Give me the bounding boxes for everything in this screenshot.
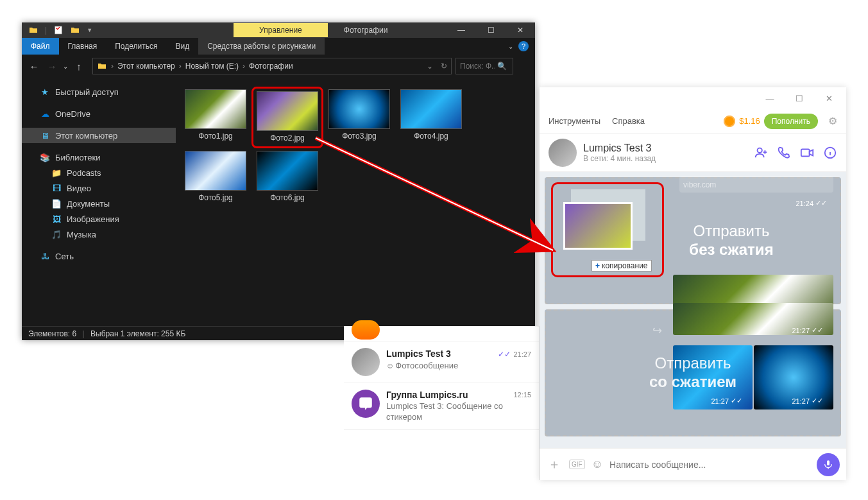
video-call-icon[interactable]: [800, 146, 814, 160]
gear-icon[interactable]: ⚙: [828, 115, 837, 127]
status-selection: Выбран 1 элемент: 255 КБ: [90, 329, 185, 338]
minimize-button[interactable]: —: [755, 89, 785, 108]
nav-documents[interactable]: 📄Документы: [22, 196, 176, 211]
message-input[interactable]: [609, 460, 810, 470]
explorer-titlebar[interactable]: | ▼ Управление Фотографии — ☐ ✕: [22, 22, 535, 38]
qat-dropdown-icon[interactable]: ▼: [87, 27, 92, 33]
add-contact-icon[interactable]: [754, 146, 768, 160]
nav-forward-button[interactable]: →: [45, 61, 59, 72]
close-button[interactable]: ✕: [814, 89, 844, 108]
breadcrumb-thispc[interactable]: Этот компьютер: [117, 62, 175, 71]
ribbon-home-tab[interactable]: Главная: [59, 38, 106, 55]
file-item[interactable]: Фото4.jpg: [395, 87, 467, 148]
file-item-selected[interactable]: Фото2.jpg: [251, 87, 323, 148]
breadcrumb-folder[interactable]: Фотографии: [249, 62, 293, 71]
read-ticks-icon: ✓✓: [812, 326, 823, 334]
file-thumbnail: [400, 89, 462, 129]
menu-help[interactable]: Справка: [612, 116, 645, 126]
call-icon[interactable]: [777, 146, 791, 160]
ribbon-collapse-icon[interactable]: ⌄: [508, 43, 513, 50]
file-item[interactable]: Фото5.jpg: [180, 148, 251, 210]
help-icon[interactable]: ?: [518, 41, 529, 51]
search-input[interactable]: [460, 62, 495, 71]
chat-messages-area[interactable]: viber.com 21:24✓✓ +копирование Отправить…: [540, 172, 846, 448]
refresh-icon[interactable]: ↻: [441, 62, 447, 71]
viber-titlebar[interactable]: — ☐ ✕: [540, 87, 846, 109]
nav-network[interactable]: 🖧Сеть: [22, 248, 176, 264]
maximize-button[interactable]: ☐: [476, 22, 506, 38]
read-ticks-icon: ✓✓: [812, 397, 823, 405]
maximize-button[interactable]: ☐: [785, 89, 814, 108]
topup-button[interactable]: Пополнить: [764, 114, 818, 129]
address-dropdown-icon[interactable]: ⌄: [427, 62, 433, 71]
nav-quick-access[interactable]: ★Быстрый доступ: [22, 84, 176, 99]
close-button[interactable]: ✕: [506, 22, 535, 38]
gif-icon[interactable]: GIF: [569, 460, 585, 469]
file-thumbnail: [185, 89, 246, 129]
ribbon-view-tab[interactable]: Вид: [166, 38, 198, 55]
new-folder-icon[interactable]: [70, 25, 80, 35]
nav-this-pc[interactable]: 🖥Этот компьютер: [22, 128, 176, 143]
file-item[interactable]: Фото6.jpg: [251, 148, 323, 210]
minimize-button[interactable]: —: [447, 22, 476, 38]
nav-recent-dropdown[interactable]: ⌄: [63, 63, 68, 70]
search-icon[interactable]: 🔍: [497, 62, 507, 71]
avatar: [352, 320, 380, 340]
nav-podcasts[interactable]: 📁Podcasts: [22, 165, 176, 180]
message-link-preview: viber.com: [679, 176, 833, 193]
navigation-bar: ← → ⌄ ↑ › Этот компьютер › Новый том (E:…: [22, 55, 535, 78]
viber-chat-window: — ☐ ✕ Инструменты Справка $1.16 Пополнит…: [540, 87, 846, 480]
read-ticks-icon: ✓✓: [498, 350, 511, 359]
voice-message-button[interactable]: [817, 453, 840, 476]
cloud-icon: ☁: [40, 108, 50, 119]
quick-access-toolbar: | ▼: [22, 25, 99, 35]
attach-icon[interactable]: ＋: [546, 456, 563, 473]
svg-rect-2: [801, 149, 810, 156]
microphone-icon: [823, 460, 833, 470]
folder-icon: [28, 25, 38, 35]
chat-contact-status: В сети: 4 мин. назад: [583, 154, 747, 163]
conversation-time: 12:15: [513, 391, 531, 399]
nav-up-button[interactable]: ↑: [72, 61, 86, 72]
conversation-item[interactable]: [344, 326, 539, 341]
forward-icon[interactable]: ↪: [652, 323, 662, 338]
address-bar[interactable]: › Этот компьютер › Новый том (E:) › Фото…: [92, 58, 452, 74]
file-name: Фото6.jpg: [270, 193, 305, 202]
file-explorer-window: | ▼ Управление Фотографии — ☐ ✕ Файл Гла…: [22, 22, 535, 340]
file-thumbnail: [257, 151, 318, 191]
folder-icon: 📁: [51, 168, 62, 178]
window-title: Фотографии: [344, 26, 388, 35]
ribbon-share-tab[interactable]: Поделиться: [106, 38, 166, 55]
message-time: 21:27✓✓: [792, 326, 823, 334]
file-item[interactable]: Фото3.jpg: [323, 87, 395, 148]
sticker-icon[interactable]: ☺: [591, 458, 603, 471]
svg-point-1: [758, 148, 762, 152]
read-ticks-icon: ✓✓: [731, 397, 742, 405]
conversation-item[interactable]: Группа Lumpics.ru12:15 Lumpics Test 3: С…: [344, 383, 539, 430]
file-name: Фото4.jpg: [414, 132, 448, 141]
search-box[interactable]: 🔍: [455, 58, 513, 74]
nav-videos[interactable]: 🎞Видео: [22, 180, 176, 196]
qat-separator: |: [45, 26, 47, 35]
nav-onedrive[interactable]: ☁OneDrive: [22, 106, 176, 121]
info-icon[interactable]: [823, 146, 837, 160]
nav-libraries[interactable]: 📚Библиотеки: [22, 150, 176, 165]
ribbon-picture-tools-tab[interactable]: Средства работы с рисунками: [198, 38, 325, 55]
file-item[interactable]: Фото1.jpg: [180, 87, 251, 148]
avatar[interactable]: [549, 139, 577, 167]
avatar: [352, 390, 380, 418]
drop-zone-compress[interactable]: 21:27✓✓ ↪ 21:27✓✓ 21:27✓✓ Отправитьсо сж…: [545, 309, 841, 436]
properties-icon[interactable]: [53, 25, 64, 35]
star-icon: ★: [40, 87, 50, 97]
nav-music[interactable]: 🎵Музыка: [22, 227, 176, 242]
breadcrumb-volume[interactable]: Новый том (E:): [185, 62, 239, 71]
conversation-preview: Фотосообщение: [395, 361, 458, 370]
nav-images[interactable]: 🖼Изображения: [22, 211, 176, 227]
ribbon-file-tab[interactable]: Файл: [22, 38, 59, 55]
conversation-time: 21:27: [513, 350, 531, 358]
menu-tools[interactable]: Инструменты: [549, 116, 600, 126]
nav-back-button[interactable]: ←: [27, 61, 41, 72]
conversation-item[interactable]: Lumpics Test 3✓✓21:27 ☺Фотосообщение: [344, 341, 539, 383]
file-list-area[interactable]: Фото1.jpg Фото2.jpg Фото3.jpg Фото4.jpg …: [176, 78, 535, 326]
drop-zone-no-compress[interactable]: viber.com 21:24✓✓ +копирование Отправить…: [545, 177, 841, 304]
